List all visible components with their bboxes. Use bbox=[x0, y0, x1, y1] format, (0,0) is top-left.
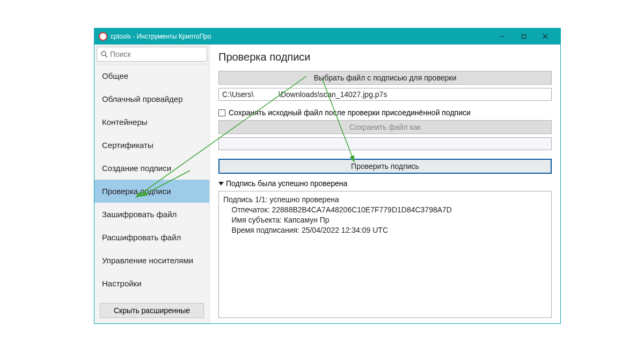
search-input[interactable] bbox=[110, 50, 204, 58]
verify-button[interactable]: Проверить подпись bbox=[218, 159, 552, 174]
close-button[interactable] bbox=[535, 28, 556, 45]
minimize-button[interactable] bbox=[492, 28, 513, 45]
sidebar-item-certificates[interactable]: Сертификаты bbox=[94, 134, 209, 157]
status-summary-text: Подпись была успешно проверена bbox=[226, 179, 347, 188]
app-window: cptools - Инструменты КриптоПро Общее bbox=[94, 28, 561, 324]
sidebar-item-manage-media[interactable]: Управление носителями bbox=[94, 249, 209, 272]
svg-line-5 bbox=[105, 55, 107, 57]
checkbox-icon[interactable] bbox=[218, 109, 225, 116]
search-box[interactable] bbox=[97, 47, 207, 62]
nav-list: Общее Облачный провайдер Контейнеры Серт… bbox=[94, 64, 209, 300]
hide-extended-button[interactable]: Скрыть расширенные bbox=[100, 303, 204, 318]
page-title: Проверка подписи bbox=[218, 51, 552, 63]
status-summary-row[interactable]: Подпись была успешно проверена bbox=[218, 179, 552, 188]
sidebar: Общее Облачный провайдер Контейнеры Серт… bbox=[94, 45, 210, 323]
sidebar-item-cloud-provider[interactable]: Облачный провайдер bbox=[94, 87, 209, 110]
sidebar-item-settings[interactable]: Настройки bbox=[94, 272, 209, 295]
sidebar-item-decrypt-file[interactable]: Расшифровать файл bbox=[94, 226, 209, 249]
svg-point-4 bbox=[101, 51, 106, 56]
svg-rect-1 bbox=[522, 35, 526, 39]
sidebar-item-verify-signature[interactable]: Проверка подписи bbox=[94, 180, 209, 203]
chevron-down-icon bbox=[218, 182, 224, 186]
sidebar-item-general[interactable]: Общее bbox=[94, 64, 209, 87]
minimize-icon bbox=[500, 34, 505, 39]
save-original-checkbox-row[interactable]: Сохранять исходный файл после проверки п… bbox=[218, 108, 552, 117]
sidebar-item-create-signature[interactable]: Создание подписи bbox=[94, 157, 209, 180]
maximize-button[interactable] bbox=[513, 28, 535, 45]
choose-file-button[interactable]: Выбрать файл с подписью для проверки bbox=[218, 71, 552, 85]
save-original-label: Сохранять исходный файл после проверки п… bbox=[229, 108, 471, 117]
result-text-area[interactable]: Подпись 1/1: успешно проверена Отпечаток… bbox=[218, 191, 552, 318]
save-as-path-input bbox=[218, 137, 552, 150]
sidebar-item-containers[interactable]: Контейнеры bbox=[94, 110, 209, 134]
window-title: cptools - Инструменты КриптоПро bbox=[111, 33, 211, 40]
close-icon bbox=[543, 34, 548, 39]
content-pane: Проверка подписи Выбрать файл с подписью… bbox=[210, 45, 560, 323]
titlebar: cptools - Инструменты КриптоПро bbox=[94, 28, 560, 45]
file-path-input[interactable] bbox=[218, 88, 552, 101]
sidebar-item-encrypt-file[interactable]: Зашифровать файл bbox=[94, 203, 209, 226]
app-icon bbox=[99, 32, 107, 41]
maximize-icon bbox=[521, 34, 526, 39]
search-icon bbox=[100, 50, 108, 58]
save-as-button: Сохранить файл как bbox=[218, 120, 552, 134]
